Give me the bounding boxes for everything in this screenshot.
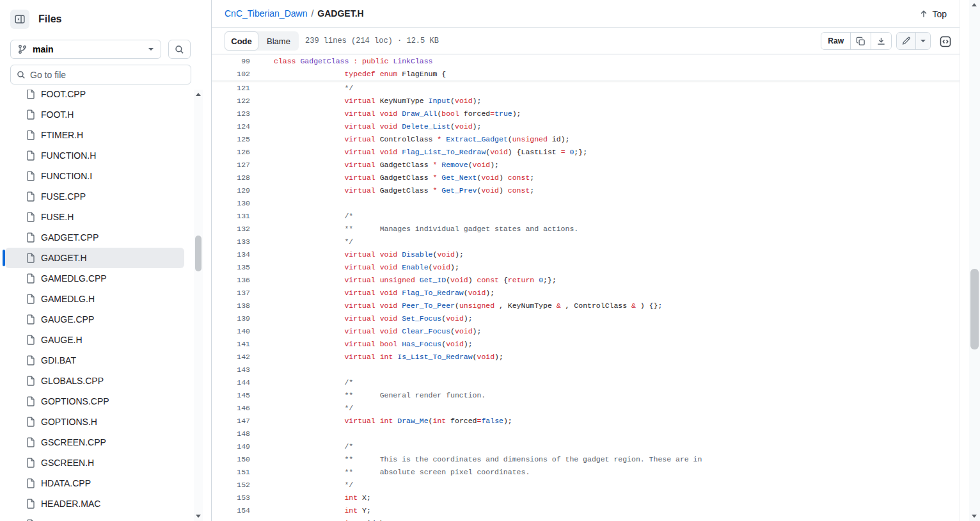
line-number[interactable]: 147 (212, 415, 250, 428)
download-raw-file-button[interactable] (871, 33, 891, 49)
tab-code[interactable]: Code (225, 31, 258, 51)
file-name: GAUGE.H (41, 335, 83, 345)
file-row-FUSE.H[interactable]: FUSE.H (5, 207, 184, 227)
line-number[interactable]: 127 (212, 159, 250, 172)
collapse-sidebar-button[interactable] (10, 10, 29, 29)
search-this-repository-button[interactable] (168, 40, 191, 59)
edit-file-button[interactable] (897, 33, 915, 49)
page-scrollbar[interactable] (969, 0, 980, 521)
line-number[interactable]: 131 (212, 210, 250, 223)
file-row-GSCREEN.H[interactable]: GSCREEN.H (5, 453, 184, 473)
line-number[interactable]: 148 (212, 428, 250, 440)
file-row-GLOBALS.CPP[interactable]: GLOBALS.CPP (5, 371, 184, 391)
file-icon (26, 273, 36, 284)
file-row-GADGET.H[interactable]: GADGET.H (5, 248, 184, 268)
symbols-panel-button[interactable] (937, 33, 954, 50)
code-text: virtual void Delete_List(void); (274, 120, 481, 133)
line-number[interactable]: 137 (212, 287, 250, 300)
file-row-GSCREEN.CPP[interactable]: GSCREEN.CPP (5, 432, 184, 453)
sidebar-scrollbar[interactable] (194, 90, 203, 521)
line-number[interactable]: 129 (212, 184, 250, 197)
file-row-GAUGE.CPP[interactable]: GAUGE.CPP (5, 309, 184, 330)
git-branch-icon (17, 44, 28, 54)
line-number[interactable]: 139 (212, 312, 250, 325)
top-button-label: Top (932, 9, 947, 19)
line-number[interactable]: 130 (212, 197, 250, 210)
line-number[interactable]: 154 (212, 504, 250, 517)
file-row-GOPTIONS.H[interactable]: GOPTIONS.H (5, 412, 184, 432)
file-row-FUSE.CPP[interactable]: FUSE.CPP (5, 186, 184, 207)
branch-selector-button[interactable]: main (10, 40, 161, 59)
file-row-HEADER.MAC[interactable]: HEADER.MAC (5, 493, 184, 514)
scroll-down-arrow[interactable] (972, 515, 977, 518)
file-row-GADGET.CPP[interactable]: GADGET.CPP (5, 227, 184, 248)
breadcrumb-repo-link[interactable]: CnC_Tiberian_Dawn (225, 8, 307, 19)
line-number[interactable]: 144 (212, 376, 250, 389)
scroll-down-arrow[interactable] (196, 515, 201, 518)
file-row-GOPTIONS.CPP[interactable]: GOPTIONS.CPP (5, 391, 184, 412)
line-number[interactable]: 138 (212, 300, 250, 312)
file-row-FUNCTION.H[interactable]: FUNCTION.H (5, 145, 184, 166)
line-number[interactable]: 123 (212, 108, 250, 120)
file-toolbar: Code Blame 239 lines (214 loc) · 12.5 KB… (212, 28, 960, 54)
file-row-GDI.BAT[interactable]: GDI.BAT (5, 350, 184, 371)
file-row-FOOT.CPP[interactable]: FOOT.CPP (5, 90, 184, 104)
line-number[interactable]: 153 (212, 492, 250, 504)
back-to-top-button[interactable]: Top (915, 5, 951, 23)
go-to-file-input[interactable] (30, 70, 171, 80)
line-number[interactable]: 99 (212, 55, 250, 68)
line-number[interactable]: 128 (212, 172, 250, 184)
scroll-up-arrow[interactable] (972, 3, 977, 6)
breadcrumb-separator: / (311, 8, 313, 19)
line-number[interactable]: 152 (212, 479, 250, 492)
file-icon (26, 499, 36, 509)
file-row-FUNCTION.I[interactable]: FUNCTION.I (5, 166, 184, 186)
line-number[interactable]: 133 (212, 236, 250, 248)
code-text: virtual void Disable(void); (274, 248, 464, 261)
file-icon (26, 396, 36, 406)
line-number[interactable]: 145 (212, 389, 250, 402)
copy-raw-content-button[interactable] (850, 33, 871, 49)
breadcrumb: CnC_Tiberian_Dawn / GADGET.H Top (212, 0, 960, 28)
line-number[interactable]: 151 (212, 466, 250, 479)
file-name: GADGET.H (41, 253, 87, 263)
file-row-HDATA.CPP[interactable]: HDATA.CPP (5, 473, 184, 493)
code-blame-switcher: Code Blame (225, 31, 299, 51)
line-number[interactable]: 125 (212, 133, 250, 146)
line-number[interactable]: 134 (212, 248, 250, 261)
code-lines: 121 */122 virtual KeyNumType Input(void)… (212, 82, 960, 521)
line-number[interactable]: 146 (212, 402, 250, 415)
line-number[interactable]: 142 (212, 351, 250, 364)
line-number[interactable]: 135 (212, 261, 250, 274)
line-number[interactable]: 121 (212, 82, 250, 95)
file-row-GAUGE.H[interactable]: GAUGE.H (5, 330, 184, 350)
file-name: HDATA.CPP (41, 478, 91, 488)
line-number[interactable]: 132 (212, 223, 250, 236)
code-text: virtual GadgetClass * Remove(void); (274, 159, 499, 172)
line-number[interactable]: 124 (212, 120, 250, 133)
tab-blame[interactable]: Blame (258, 31, 299, 51)
line-number[interactable]: 155 (212, 517, 250, 521)
file-row-GAMEDLG.CPP[interactable]: GAMEDLG.CPP (5, 268, 184, 289)
file-row-FTIMER.H[interactable]: FTIMER.H (5, 125, 184, 145)
edit-options-dropdown-button[interactable] (915, 33, 930, 49)
page-scrollbar-thumb[interactable] (970, 269, 979, 349)
sidebar-scrollbar-thumb[interactable] (195, 236, 202, 271)
line-number[interactable]: 102 (212, 68, 250, 81)
line-number[interactable]: 136 (212, 274, 250, 287)
file-row-HEAP.CPP[interactable]: HEAP.CPP (5, 514, 184, 521)
raw-button[interactable]: Raw (821, 33, 850, 49)
file-row-GAMEDLG.H[interactable]: GAMEDLG.H (5, 289, 184, 309)
scroll-up-arrow[interactable] (196, 93, 201, 96)
file-row-FOOT.H[interactable]: FOOT.H (5, 104, 184, 125)
line-number[interactable]: 140 (212, 325, 250, 338)
line-number[interactable]: 141 (212, 338, 250, 351)
line-number[interactable]: 126 (212, 146, 250, 159)
line-number[interactable]: 150 (212, 453, 250, 466)
line-number[interactable]: 143 (212, 364, 250, 376)
code-line-136: 136 virtual unsigned Get_ID(void) const … (212, 274, 960, 287)
line-number[interactable]: 122 (212, 95, 250, 108)
code-text: virtual void Clear_Focus(void); (274, 325, 481, 338)
code-line-133: 133 */ (212, 236, 960, 248)
line-number[interactable]: 149 (212, 440, 250, 453)
